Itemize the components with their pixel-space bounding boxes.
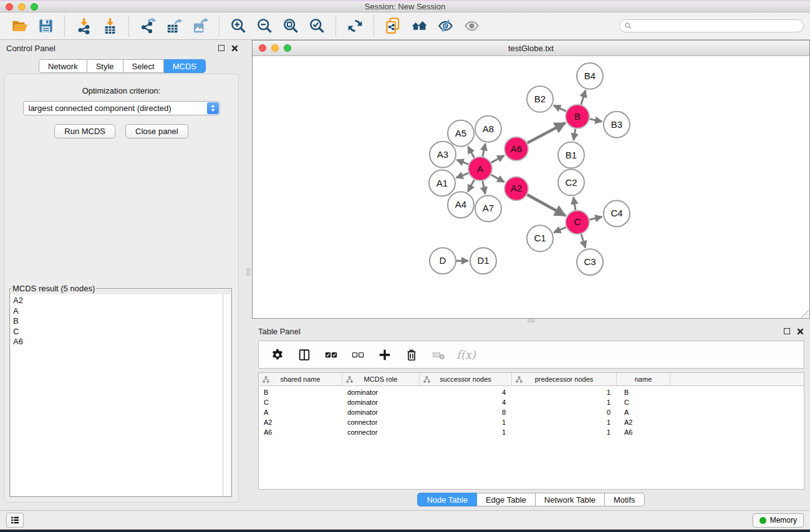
cell-name: A — [617, 409, 670, 416]
table-row[interactable]: Bdominator41B — [259, 387, 804, 397]
mcds-result-item[interactable]: A — [13, 306, 223, 317]
cell-successor_nodes: 8 — [420, 409, 512, 416]
resize-grip[interactable] — [801, 310, 809, 317]
mcds-result-item[interactable]: C — [13, 327, 223, 337]
zoom-in-button[interactable] — [225, 14, 251, 39]
edge-A-A1[interactable] — [456, 173, 468, 178]
node-label-C2: C2 — [565, 177, 577, 188]
splitter-handle[interactable] — [528, 319, 535, 322]
close-icon[interactable] — [231, 45, 238, 52]
tab-style[interactable]: Style — [87, 59, 123, 73]
save-session-button[interactable] — [32, 14, 59, 39]
edge-A-A6[interactable] — [491, 155, 504, 163]
vertical-splitter[interactable] — [244, 40, 252, 510]
mcds-result-item[interactable]: A2 — [13, 296, 223, 306]
cell-predecessor_nodes: 1 — [512, 389, 617, 396]
edge-A-A4[interactable] — [468, 180, 474, 191]
table-row[interactable]: A2connector11A2 — [259, 417, 804, 427]
column-header-name[interactable]: name — [617, 373, 670, 385]
tab-node-table[interactable]: Node Table — [417, 493, 477, 506]
edge-B-B3[interactable] — [590, 119, 602, 122]
tab-edge-table[interactable]: Edge Table — [477, 493, 536, 506]
search-field[interactable] — [619, 19, 804, 32]
table-row[interactable]: A6connector11A6 — [259, 427, 804, 437]
edge-C-C4[interactable] — [590, 217, 602, 220]
mcds-result-item[interactable]: A6 — [13, 337, 223, 347]
edge-B-B4[interactable] — [581, 90, 586, 105]
run-mcds-button[interactable]: Run MCDS — [54, 124, 115, 138]
open-session-button[interactable] — [6, 14, 32, 39]
edge-A2-C[interactable] — [528, 195, 566, 216]
edge-A-A5[interactable] — [468, 147, 474, 158]
column-header-predecessor-nodes[interactable]: predecessor nodes — [512, 373, 617, 385]
import-network-button[interactable] — [70, 14, 97, 39]
delete-table-button[interactable] — [427, 343, 450, 367]
settings-gear-button[interactable] — [266, 343, 289, 367]
edge-A6-B[interactable] — [528, 123, 566, 143]
select-all-button[interactable] — [320, 343, 342, 367]
edge-C-C2[interactable] — [574, 197, 576, 210]
column-visibility-icon — [297, 348, 311, 362]
mcds-result-item[interactable]: B — [13, 316, 223, 327]
edge-B-B2[interactable] — [554, 105, 566, 111]
deselect-all-button[interactable] — [347, 343, 369, 367]
import-table-button[interactable] — [97, 14, 123, 39]
add-row-button[interactable] — [374, 343, 396, 367]
table-row[interactable]: Adominator80A — [259, 407, 804, 417]
select-stepper-icon — [207, 102, 219, 114]
edge-C-C3[interactable] — [581, 234, 586, 248]
zoom-out-button[interactable] — [251, 14, 277, 39]
network-canvas[interactable]: B4B2BB3A5A8A6A3AB1A1C2A2A4A7CC4C1C3DD1 — [253, 56, 809, 318]
hide-selected-button[interactable] — [432, 14, 458, 39]
first-neighbors-button[interactable] — [406, 14, 432, 39]
zoom-in-icon — [230, 17, 247, 34]
network-graph[interactable]: B4B2BB3A5A8A6A3AB1A1C2A2A4A7CC4C1C3DD1 — [253, 56, 809, 318]
function-builder-button[interactable]: f(x) — [454, 343, 478, 367]
task-history-button[interactable] — [6, 513, 24, 528]
close-icon[interactable] — [797, 328, 804, 335]
edge-C-C1[interactable] — [554, 227, 566, 232]
export-table-button[interactable] — [161, 14, 187, 39]
float-icon[interactable] — [218, 45, 224, 51]
tab-network-table[interactable]: Network Table — [536, 493, 605, 506]
node-label-B4: B4 — [584, 70, 595, 81]
tab-select[interactable]: Select — [123, 59, 164, 73]
column-header-mcds-role[interactable]: MCDS role — [342, 373, 420, 385]
zoom-fit-button[interactable] — [277, 14, 304, 39]
cell-mcds_role: connector — [342, 428, 420, 436]
show-all-button[interactable] — [458, 14, 485, 39]
mcds-panel-body: Optimization criterion: largest connecte… — [4, 74, 239, 503]
edge-A-A8[interactable] — [483, 143, 485, 157]
horizontal-splitter[interactable] — [252, 319, 810, 323]
delete-row-button[interactable] — [400, 343, 423, 367]
cell-mcds_role: dominator — [342, 399, 420, 406]
edge-A-A2[interactable] — [491, 175, 504, 182]
tab-mcds[interactable]: MCDS — [164, 59, 206, 73]
column-header-successor-nodes[interactable]: successor nodes — [420, 373, 512, 385]
float-icon[interactable] — [784, 328, 790, 334]
memory-button[interactable]: Memory — [753, 513, 804, 528]
column-header-label: name — [635, 375, 652, 383]
table-row[interactable]: Cdominator41C — [259, 397, 804, 407]
tab-motifs[interactable]: Motifs — [605, 493, 645, 506]
edge-A-A7[interactable] — [483, 181, 485, 194]
search-input[interactable] — [635, 21, 799, 31]
network-window-titlebar[interactable]: testGlobe.txt — [253, 41, 809, 56]
clone-network-button[interactable] — [380, 14, 406, 39]
cell-shared_name: A6 — [259, 428, 342, 436]
refresh-button[interactable] — [342, 14, 368, 39]
tab-network[interactable]: Network — [39, 59, 87, 73]
zoom-selected-button[interactable] — [304, 14, 330, 39]
export-network-button[interactable] — [135, 14, 161, 39]
result-scrollbar[interactable] — [223, 294, 231, 496]
import-table-icon — [102, 17, 118, 34]
close-panel-button[interactable]: Close panel — [125, 124, 188, 138]
splitter-handle[interactable] — [246, 268, 250, 276]
optimization-criterion-select[interactable]: largest connected component (directed) — [23, 101, 220, 115]
column-visibility-button[interactable] — [293, 343, 316, 367]
edge-B-B1[interactable] — [574, 128, 576, 140]
column-header-shared-name[interactable]: shared name — [259, 373, 342, 385]
edge-A-A3[interactable] — [456, 160, 468, 164]
node-label-D1: D1 — [477, 255, 489, 266]
export-image-button[interactable] — [187, 14, 213, 39]
